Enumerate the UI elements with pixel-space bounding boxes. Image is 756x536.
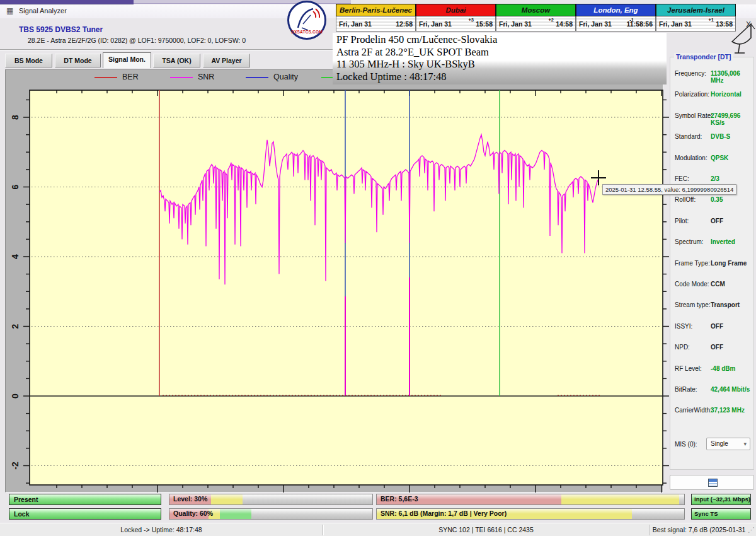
- legend-color-line: [94, 77, 117, 78]
- tab-dt-mode[interactable]: DT Mode: [55, 54, 101, 67]
- tp-label-issyi-: ISSYI:: [675, 323, 692, 330]
- clock-utc-offset: +1: [708, 17, 714, 23]
- clock-date: Fri, Jan 31: [499, 20, 532, 28]
- tp-value-issyi-: OFF: [711, 323, 723, 330]
- tp-label-npd-: NPD:: [675, 344, 690, 351]
- tp-value-symbol-rate-: 27499,696 KS/s: [711, 112, 753, 126]
- clock-city-name: Berlin-Paris-Lučenec: [336, 4, 416, 16]
- clock-time-row: Fri, Jan 31+214:58: [496, 16, 576, 32]
- app-icon: ▦: [6, 6, 13, 15]
- tp-label-polarization-: Polarization:: [675, 91, 709, 98]
- crosshair-cursor: [591, 177, 606, 178]
- tuner-details: 28.2E - Astra 2E/2F/2G (ID: 0282) @ LOF1…: [28, 37, 246, 44]
- present-indicator: Present: [9, 494, 161, 505]
- window-title: Signal Analyzer: [19, 7, 67, 15]
- legend-item-ber: BER: [94, 73, 158, 83]
- tp-value-npd-: OFF: [711, 344, 723, 351]
- tp-label-code-mode-: Code Mode:: [675, 281, 709, 288]
- tp-label-standard-: Standard:: [675, 133, 702, 140]
- mis-selected-value: Single: [711, 440, 728, 447]
- quality-meter-label: Quality: 60%: [173, 510, 213, 517]
- divider: [0, 49, 335, 50]
- status-uptime: Locked -> Uptime: 48:17:48: [0, 523, 323, 536]
- clock-utc-offset: +3: [468, 17, 474, 23]
- clock-jerusalem-israel: Jerusalem-IsraelFri, Jan 31+113:58: [656, 4, 736, 32]
- clock-city-name: London, Eng: [576, 4, 656, 16]
- tp-label-pilot-: Pilot:: [675, 218, 689, 224]
- clock-city-name: Jerusalem-Israel: [656, 4, 736, 16]
- tp-label-spectrum-: Spectrum:: [675, 238, 704, 245]
- tp-label-rolloff-: RollOff:: [675, 196, 696, 203]
- chart-panel: [5, 69, 663, 492]
- tp-value-frame-type-: Long Frame: [711, 260, 747, 267]
- quality-meter: Quality: 60%: [169, 508, 373, 520]
- clock-time: 15:58: [476, 20, 493, 28]
- feed-header-line-3: 11 305 MHz-H : Sky UK-BSkyB: [336, 58, 667, 71]
- tp-value-standard-: DVB-S: [711, 133, 730, 140]
- clock-moscow: MoscowFri, Jan 31+214:58: [496, 4, 576, 32]
- ber-meter: BER: 5,6E-3: [376, 494, 685, 505]
- clock-time-row: Fri, Jan 31+113:58: [656, 16, 736, 32]
- tp-label-modulation-: Modulation:: [675, 154, 707, 161]
- clock-london-eng: London, EngFri, Jan 31-111:58:56: [576, 4, 656, 32]
- tab-av-player[interactable]: AV Player: [203, 54, 250, 67]
- tp-value-rolloff-: 0.35: [711, 196, 723, 203]
- feed-header-line-2: Astra 2F at 28.2°E_UK SPOT Beam: [336, 46, 667, 59]
- legend-color-line: [246, 77, 268, 78]
- lock-indicator: Lock: [9, 508, 161, 520]
- tp-label-carrierwidth-: CarrierWidth:: [675, 407, 712, 414]
- tp-value-spectrum-: Inverted: [711, 238, 735, 245]
- tp-value-fec-: 2/3: [711, 175, 719, 182]
- clock-date: Fri, Jan 31: [659, 20, 692, 28]
- clock-date: Fri, Jan 31: [339, 20, 372, 28]
- transponder-panel: Transponder [DT] Frequency:11305,006 MHz…: [670, 57, 754, 470]
- legend-label: BER: [122, 73, 139, 81]
- legend-item-quality: Quality: [246, 73, 309, 83]
- clock-utc-offset: +2: [548, 17, 554, 23]
- clock-time-row: Fri, Jan 31-111:58:56: [576, 16, 656, 32]
- input-indicator: Input (~32,31 Mbps): [691, 494, 751, 505]
- snr-meter-label: SNR: 6,1 dB (Margin: 1,7 dB | Very Poor): [381, 510, 507, 517]
- tuner-name: TBS 5925 DVBS2 Tuner: [19, 25, 103, 34]
- tp-label-bitrate-: BitRate:: [675, 386, 697, 393]
- tab-tsa-ok-[interactable]: TSA (OK): [153, 54, 200, 67]
- clock-time: 11:58:56: [627, 20, 653, 28]
- feed-header-line-1: PF Prodelin 450 cm/Lučenec-Slovakia: [336, 33, 667, 46]
- feed-header: PF Prodelin 450 cm/Lučenec-SlovakiaAstra…: [333, 33, 667, 84]
- resize-grip[interactable]: ⋰: [748, 526, 755, 534]
- transponder-list-button[interactable]: [670, 475, 754, 490]
- mis-select[interactable]: Single ▾: [706, 438, 750, 450]
- clock-time: 14:58: [556, 20, 573, 28]
- sync-ts-indicator: Sync TS: [691, 508, 751, 520]
- clock-time-row: Fri, Jan 3112:58: [336, 16, 416, 32]
- legend-label: Quality: [273, 73, 298, 81]
- dxsatcs-logo: DXSATCS.COM: [287, 1, 326, 40]
- transponder-panel-title: Transponder [DT]: [674, 53, 733, 61]
- tab-bs-mode[interactable]: BS Mode: [5, 54, 52, 67]
- tp-label-frame-type-: Frame Type:: [675, 260, 710, 267]
- status-bar: Locked -> Uptime: 48:17:48 SYNC 102 | TE…: [0, 523, 756, 536]
- tp-value-code-mode-: CCM: [711, 281, 725, 288]
- tab-signal-mon-[interactable]: Signal Mon.: [103, 52, 151, 68]
- world-clocks: Berlin-Paris-LučenecFri, Jan 3112:58Duba…: [336, 4, 736, 32]
- legend-label: SNR: [198, 73, 214, 81]
- status-sync-counters: SYNC 102 | TEI 6616 | CC 2435: [323, 523, 649, 536]
- tp-value-stream-type-: Transport: [711, 301, 740, 308]
- snr-meter: SNR: 6,1 dB (Margin: 1,7 dB | Very Poor): [376, 508, 685, 520]
- tp-label-stream-type-: Stream type:: [675, 301, 711, 308]
- background-window-strip: [0, 0, 134, 4]
- tp-value-modulation-: QPSK: [711, 154, 728, 161]
- list-icon: [708, 479, 718, 487]
- clock-time: 12:58: [396, 20, 413, 28]
- legend-color-line: [170, 77, 193, 78]
- clock-berlin-paris-lu-enec: Berlin-Paris-LučenecFri, Jan 3112:58: [336, 4, 416, 32]
- clock-dubai: DubaiFri, Jan 31+315:58: [416, 4, 496, 32]
- clock-city-name: Dubai: [416, 4, 496, 16]
- tp-label-symbol-rate-: Symbol Rate:: [675, 112, 713, 119]
- tp-value-frequency-: 11305,006 MHz: [711, 70, 753, 84]
- tp-label-rf-level-: RF Level:: [675, 365, 702, 372]
- chevron-down-icon: ▾: [743, 438, 747, 450]
- tp-value-carrierwidth-: 37,123 MHz: [711, 407, 745, 414]
- ber-meter-label: BER: 5,6E-3: [381, 495, 418, 503]
- status-best-signal: Best signal: 7,6 dB (2025-01-31 00:33): [650, 523, 748, 536]
